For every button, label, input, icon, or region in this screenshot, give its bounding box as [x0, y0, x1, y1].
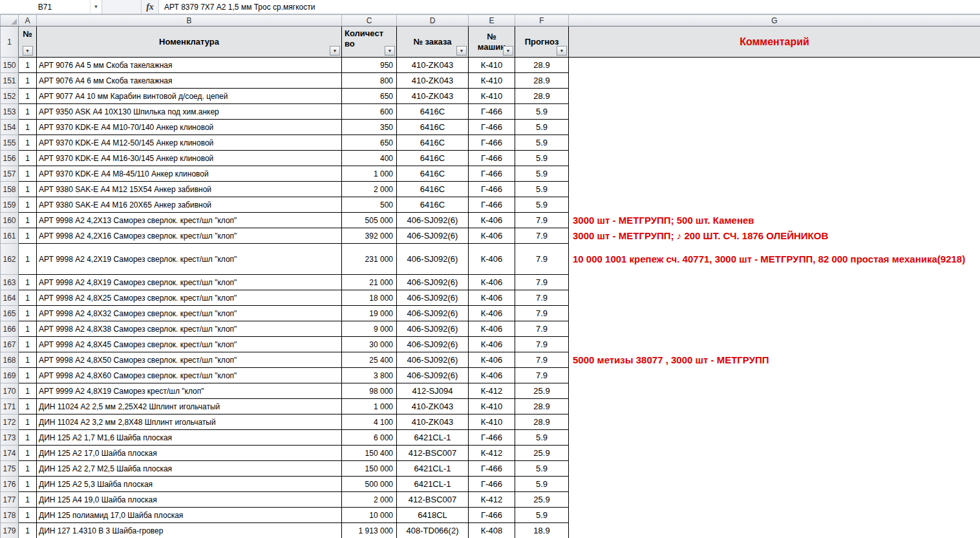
- cell-order-no[interactable]: 6416C: [397, 135, 469, 151]
- cell-no[interactable]: 1: [19, 492, 37, 508]
- cell-nomenclature[interactable]: ДИН 11024 А2 3,2 мм 2,8Х48 Шплинт игольч…: [37, 414, 342, 430]
- cell-comment[interactable]: [569, 477, 980, 492]
- cell-machine-no[interactable]: Г-466: [469, 151, 515, 166]
- cell-nomenclature[interactable]: АРТ 9999 А2 4,8Х19 Саморез крест/шл "кло…: [37, 383, 342, 399]
- cell-no[interactable]: 1: [19, 523, 37, 538]
- cell-no[interactable]: 1: [19, 337, 37, 352]
- cell-order-no[interactable]: 6416C: [397, 151, 469, 166]
- row-header[interactable]: 150: [1, 58, 19, 73]
- cell-comment[interactable]: [569, 368, 980, 383]
- cell-machine-no[interactable]: К-406: [469, 213, 515, 228]
- cell-quantity[interactable]: 505 000: [342, 213, 397, 228]
- cell-forecast[interactable]: 5.9: [515, 166, 569, 182]
- cell-no[interactable]: 1: [19, 73, 37, 89]
- cell-forecast[interactable]: 7.9: [515, 368, 569, 383]
- cell-order-no[interactable]: 406-SJ092(6): [397, 321, 469, 337]
- row-header[interactable]: 164: [1, 290, 19, 306]
- cell-quantity[interactable]: 21 000: [342, 275, 397, 290]
- cell-order-no[interactable]: 412-SJ094: [397, 383, 469, 399]
- filter-button-no[interactable]: ▼: [23, 46, 33, 56]
- cell-nomenclature[interactable]: АРТ 9998 А2 4,8Х38 Саморез сверлок. крес…: [37, 321, 342, 337]
- cell-machine-no[interactable]: К-406: [469, 290, 515, 306]
- row-header[interactable]: 179: [1, 523, 19, 538]
- cell-comment[interactable]: [569, 414, 980, 430]
- row-header[interactable]: 156: [1, 151, 19, 166]
- row-header[interactable]: 177: [1, 492, 19, 508]
- cell-quantity[interactable]: 98 000: [342, 383, 397, 399]
- cell-nomenclature[interactable]: АРТ 9370 KDK-E А4 М10-70/140 Анкер клино…: [37, 120, 342, 135]
- row-header[interactable]: 151: [1, 73, 19, 89]
- cell-no[interactable]: 1: [19, 290, 37, 306]
- cell-machine-no[interactable]: К-410: [469, 73, 515, 89]
- cell-quantity[interactable]: 6 000: [342, 430, 397, 446]
- cell-nomenclature[interactable]: АРТ 9076 А4 5 мм Скоба такелажная: [37, 58, 342, 73]
- cell-machine-no[interactable]: К-410: [469, 89, 515, 104]
- cell-comment[interactable]: [569, 135, 980, 151]
- cell-quantity[interactable]: 150 000: [342, 461, 397, 477]
- column-header-f[interactable]: F: [515, 15, 569, 27]
- cell-nomenclature[interactable]: ДИН 125 А4 19,0 Шайба плоская: [37, 492, 342, 508]
- cell-forecast[interactable]: 5.9: [515, 120, 569, 135]
- cell-comment[interactable]: [569, 430, 980, 446]
- cell-nomenclature[interactable]: АРТ 9077 А4 10 мм Карабин винтовой д/сое…: [37, 89, 342, 104]
- cell-no[interactable]: 1: [19, 120, 37, 135]
- cell-no[interactable]: 1: [19, 104, 37, 120]
- cell-comment[interactable]: [569, 508, 980, 523]
- header-cell-forecast[interactable]: Прогноз ▼: [515, 27, 569, 58]
- cell-quantity[interactable]: 3 800: [342, 368, 397, 383]
- cell-quantity[interactable]: 500 000: [342, 477, 397, 492]
- cell-nomenclature[interactable]: АРТ 9380 SAK-E А4 М16 20Х65 Анкер забивн…: [37, 197, 342, 213]
- cell-machine-no[interactable]: К-406: [469, 244, 515, 275]
- cell-order-no[interactable]: 410-ZK043: [397, 399, 469, 414]
- row-header[interactable]: 161: [1, 228, 19, 244]
- cell-machine-no[interactable]: К-412: [469, 383, 515, 399]
- cell-quantity[interactable]: 10 000: [342, 508, 397, 523]
- cell-quantity[interactable]: 231 000: [342, 244, 397, 275]
- cell-order-no[interactable]: 410-ZK043: [397, 73, 469, 89]
- header-cell-machine-no[interactable]: № машин ▼: [469, 27, 515, 58]
- cell-quantity[interactable]: 350: [342, 120, 397, 135]
- row-header[interactable]: 175: [1, 461, 19, 477]
- cell-forecast[interactable]: 7.9: [515, 244, 569, 275]
- cell-quantity[interactable]: 4 100: [342, 414, 397, 430]
- cell-comment[interactable]: [569, 89, 980, 104]
- row-header[interactable]: 172: [1, 414, 19, 430]
- cell-forecast[interactable]: 18.9: [515, 523, 569, 538]
- cell-forecast[interactable]: 7.9: [515, 337, 569, 352]
- cell-forecast[interactable]: 28.9: [515, 89, 569, 104]
- cell-machine-no[interactable]: К-406: [469, 228, 515, 244]
- header-cell-nomenclature[interactable]: Номенклатура ▼: [37, 27, 342, 58]
- cell-no[interactable]: 1: [19, 321, 37, 337]
- cell-quantity[interactable]: 150 400: [342, 446, 397, 461]
- cell-forecast[interactable]: 7.9: [515, 352, 569, 368]
- filter-button-quantity[interactable]: ▼: [385, 46, 395, 56]
- cell-quantity[interactable]: 19 000: [342, 306, 397, 321]
- cell-nomenclature[interactable]: ДИН 11024 А2 2,5 мм 2,25Х42 Шплинт иголь…: [37, 399, 342, 414]
- cell-machine-no[interactable]: Г-466: [469, 135, 515, 151]
- row-header[interactable]: 166: [1, 321, 19, 337]
- cell-quantity[interactable]: 1 000: [342, 399, 397, 414]
- cell-order-no[interactable]: 406-SJ092(6): [397, 290, 469, 306]
- cell-quantity[interactable]: 30 000: [342, 337, 397, 352]
- row-header[interactable]: 170: [1, 383, 19, 399]
- cell-nomenclature[interactable]: АРТ 9998 А2 4,8Х32 Саморез сверлок. крес…: [37, 306, 342, 321]
- cell-order-no[interactable]: 410-ZK043: [397, 58, 469, 73]
- cell-forecast[interactable]: 7.9: [515, 321, 569, 337]
- insert-function-button[interactable]: fx: [141, 0, 159, 14]
- cell-forecast[interactable]: 5.9: [515, 135, 569, 151]
- cell-comment[interactable]: [569, 337, 980, 352]
- cell-nomenclature[interactable]: АРТ 9998 А2 4,8Х25 Саморез сверлок. крес…: [37, 290, 342, 306]
- cell-no[interactable]: 1: [19, 89, 37, 104]
- cell-nomenclature[interactable]: АРТ 9998 А2 4,2Х19 Саморез сверлок. крес…: [37, 244, 342, 275]
- row-header[interactable]: 178: [1, 508, 19, 523]
- cell-machine-no[interactable]: Г-466: [469, 430, 515, 446]
- cell-machine-no[interactable]: К-412: [469, 492, 515, 508]
- cell-forecast[interactable]: 28.9: [515, 399, 569, 414]
- cell-order-no[interactable]: 6416C: [397, 120, 469, 135]
- filter-button-nomenclature[interactable]: ▼: [330, 46, 340, 56]
- cell-quantity[interactable]: 392 000: [342, 228, 397, 244]
- cell-machine-no[interactable]: К-408: [469, 523, 515, 538]
- cell-no[interactable]: 1: [19, 508, 37, 523]
- row-header[interactable]: 159: [1, 197, 19, 213]
- cell-nomenclature[interactable]: ДИН 125 А2 2,7 М2,5 Шайба плоская: [37, 461, 342, 477]
